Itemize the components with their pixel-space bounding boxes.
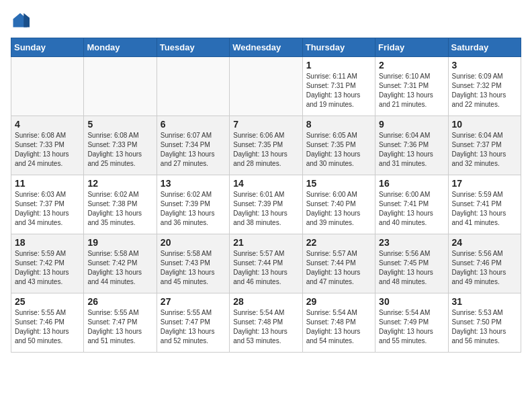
calendar-day-26: 26Sunrise: 5:55 AM Sunset: 7:47 PM Dayli… bbox=[84, 293, 157, 353]
calendar-day-17: 17Sunrise: 5:59 AM Sunset: 7:41 PM Dayli… bbox=[448, 175, 521, 234]
calendar-week-row: 18Sunrise: 5:59 AM Sunset: 7:42 PM Dayli… bbox=[11, 234, 521, 293]
calendar-day-28: 28Sunrise: 5:54 AM Sunset: 7:48 PM Dayli… bbox=[230, 293, 302, 353]
day-info: Sunrise: 5:58 AM Sunset: 7:42 PM Dayligh… bbox=[87, 249, 152, 287]
calendar-day-10: 10Sunrise: 6:04 AM Sunset: 7:37 PM Dayli… bbox=[448, 116, 521, 175]
weekday-header-saturday: Saturday bbox=[448, 38, 521, 57]
day-number: 30 bbox=[379, 296, 444, 307]
day-info: Sunrise: 5:59 AM Sunset: 7:41 PM Dayligh… bbox=[452, 190, 517, 228]
calendar-day-24: 24Sunrise: 5:56 AM Sunset: 7:46 PM Dayli… bbox=[448, 234, 521, 293]
day-info: Sunrise: 6:09 AM Sunset: 7:32 PM Dayligh… bbox=[452, 72, 517, 109]
calendar-day-11: 11Sunrise: 6:03 AM Sunset: 7:37 PM Dayli… bbox=[11, 175, 84, 234]
day-info: Sunrise: 6:00 AM Sunset: 7:41 PM Dayligh… bbox=[379, 190, 444, 228]
calendar-day-29: 29Sunrise: 5:54 AM Sunset: 7:48 PM Dayli… bbox=[302, 293, 375, 353]
day-info: Sunrise: 6:08 AM Sunset: 7:33 PM Dayligh… bbox=[15, 131, 80, 169]
day-number: 23 bbox=[379, 237, 444, 248]
day-info: Sunrise: 5:54 AM Sunset: 7:49 PM Dayligh… bbox=[379, 308, 444, 346]
day-number: 7 bbox=[233, 119, 298, 130]
calendar-day-7: 7Sunrise: 6:06 AM Sunset: 7:35 PM Daylig… bbox=[230, 116, 302, 175]
weekday-header-wednesday: Wednesday bbox=[230, 38, 302, 57]
day-number: 10 bbox=[452, 119, 517, 130]
day-info: Sunrise: 5:53 AM Sunset: 7:50 PM Dayligh… bbox=[452, 308, 517, 346]
weekday-header-monday: Monday bbox=[84, 38, 157, 57]
day-number: 4 bbox=[15, 119, 80, 130]
calendar-day-31: 31Sunrise: 5:53 AM Sunset: 7:50 PM Dayli… bbox=[448, 293, 521, 353]
calendar-day-25: 25Sunrise: 5:55 AM Sunset: 7:46 PM Dayli… bbox=[11, 293, 84, 353]
calendar-day-3: 3Sunrise: 6:09 AM Sunset: 7:32 PM Daylig… bbox=[448, 57, 521, 116]
calendar-header-row: SundayMondayTuesdayWednesdayThursdayFrid… bbox=[11, 38, 521, 57]
calendar-week-row: 1Sunrise: 6:11 AM Sunset: 7:31 PM Daylig… bbox=[11, 57, 521, 116]
calendar-table: SundayMondayTuesdayWednesdayThursdayFrid… bbox=[11, 38, 521, 353]
day-number: 26 bbox=[87, 296, 152, 307]
calendar-day-19: 19Sunrise: 5:58 AM Sunset: 7:42 PM Dayli… bbox=[84, 234, 157, 293]
day-number: 19 bbox=[87, 237, 152, 248]
calendar-week-row: 4Sunrise: 6:08 AM Sunset: 7:33 PM Daylig… bbox=[11, 116, 521, 175]
calendar-day-22: 22Sunrise: 5:57 AM Sunset: 7:44 PM Dayli… bbox=[302, 234, 375, 293]
calendar-day-18: 18Sunrise: 5:59 AM Sunset: 7:42 PM Dayli… bbox=[11, 234, 84, 293]
day-number: 13 bbox=[161, 178, 226, 189]
weekday-header-friday: Friday bbox=[375, 38, 448, 57]
calendar-day-8: 8Sunrise: 6:05 AM Sunset: 7:35 PM Daylig… bbox=[302, 116, 375, 175]
logo bbox=[11, 11, 32, 30]
day-info: Sunrise: 6:11 AM Sunset: 7:31 PM Dayligh… bbox=[306, 72, 371, 109]
day-info: Sunrise: 6:03 AM Sunset: 7:37 PM Dayligh… bbox=[15, 190, 80, 228]
day-info: Sunrise: 5:58 AM Sunset: 7:43 PM Dayligh… bbox=[161, 249, 226, 287]
calendar-day-16: 16Sunrise: 6:00 AM Sunset: 7:41 PM Dayli… bbox=[375, 175, 448, 234]
calendar-day-30: 30Sunrise: 5:54 AM Sunset: 7:49 PM Dayli… bbox=[375, 293, 448, 353]
day-number: 22 bbox=[306, 237, 371, 248]
day-info: Sunrise: 6:08 AM Sunset: 7:33 PM Dayligh… bbox=[87, 131, 152, 169]
day-number: 18 bbox=[15, 237, 80, 248]
day-info: Sunrise: 6:02 AM Sunset: 7:39 PM Dayligh… bbox=[161, 190, 226, 228]
day-info: Sunrise: 6:05 AM Sunset: 7:35 PM Dayligh… bbox=[306, 131, 371, 169]
day-number: 15 bbox=[306, 178, 371, 189]
day-number: 29 bbox=[306, 296, 371, 307]
calendar-empty-cell bbox=[230, 57, 302, 116]
calendar-empty-cell bbox=[84, 57, 157, 116]
calendar-day-4: 4Sunrise: 6:08 AM Sunset: 7:33 PM Daylig… bbox=[11, 116, 84, 175]
calendar-day-13: 13Sunrise: 6:02 AM Sunset: 7:39 PM Dayli… bbox=[157, 175, 229, 234]
calendar-day-27: 27Sunrise: 5:55 AM Sunset: 7:47 PM Dayli… bbox=[157, 293, 229, 353]
calendar-day-6: 6Sunrise: 6:07 AM Sunset: 7:34 PM Daylig… bbox=[157, 116, 229, 175]
calendar-day-9: 9Sunrise: 6:04 AM Sunset: 7:36 PM Daylig… bbox=[375, 116, 448, 175]
day-info: Sunrise: 5:57 AM Sunset: 7:44 PM Dayligh… bbox=[233, 249, 298, 287]
day-info: Sunrise: 6:02 AM Sunset: 7:38 PM Dayligh… bbox=[87, 190, 152, 228]
calendar-day-14: 14Sunrise: 6:01 AM Sunset: 7:39 PM Dayli… bbox=[230, 175, 302, 234]
day-info: Sunrise: 5:54 AM Sunset: 7:48 PM Dayligh… bbox=[233, 308, 298, 346]
day-info: Sunrise: 5:55 AM Sunset: 7:47 PM Dayligh… bbox=[161, 308, 226, 346]
weekday-header-sunday: Sunday bbox=[11, 38, 84, 57]
day-info: Sunrise: 5:55 AM Sunset: 7:47 PM Dayligh… bbox=[87, 308, 152, 346]
day-info: Sunrise: 6:04 AM Sunset: 7:37 PM Dayligh… bbox=[452, 131, 517, 169]
weekday-header-tuesday: Tuesday bbox=[157, 38, 229, 57]
calendar-day-20: 20Sunrise: 5:58 AM Sunset: 7:43 PM Dayli… bbox=[157, 234, 229, 293]
logo-icon bbox=[11, 11, 30, 30]
day-number: 9 bbox=[379, 119, 444, 130]
day-number: 1 bbox=[306, 60, 371, 71]
day-number: 27 bbox=[161, 296, 226, 307]
calendar-day-23: 23Sunrise: 5:56 AM Sunset: 7:45 PM Dayli… bbox=[375, 234, 448, 293]
calendar-empty-cell bbox=[11, 57, 84, 116]
weekday-header-thursday: Thursday bbox=[302, 38, 375, 57]
day-number: 5 bbox=[87, 119, 152, 130]
calendar-day-21: 21Sunrise: 5:57 AM Sunset: 7:44 PM Dayli… bbox=[230, 234, 302, 293]
day-number: 21 bbox=[233, 237, 298, 248]
page-header bbox=[11, 11, 521, 30]
day-info: Sunrise: 6:10 AM Sunset: 7:31 PM Dayligh… bbox=[379, 72, 444, 109]
day-number: 25 bbox=[15, 296, 80, 307]
day-number: 31 bbox=[452, 296, 517, 307]
calendar-week-row: 11Sunrise: 6:03 AM Sunset: 7:37 PM Dayli… bbox=[11, 175, 521, 234]
day-info: Sunrise: 5:55 AM Sunset: 7:46 PM Dayligh… bbox=[15, 308, 80, 346]
day-number: 28 bbox=[233, 296, 298, 307]
day-number: 6 bbox=[161, 119, 226, 130]
day-number: 20 bbox=[161, 237, 226, 248]
day-number: 14 bbox=[233, 178, 298, 189]
day-number: 24 bbox=[452, 237, 517, 248]
day-info: Sunrise: 5:56 AM Sunset: 7:45 PM Dayligh… bbox=[379, 249, 444, 287]
calendar-day-1: 1Sunrise: 6:11 AM Sunset: 7:31 PM Daylig… bbox=[302, 57, 375, 116]
day-number: 17 bbox=[452, 178, 517, 189]
day-number: 16 bbox=[379, 178, 444, 189]
day-info: Sunrise: 6:06 AM Sunset: 7:35 PM Dayligh… bbox=[233, 131, 298, 169]
calendar-day-15: 15Sunrise: 6:00 AM Sunset: 7:40 PM Dayli… bbox=[302, 175, 375, 234]
calendar-day-2: 2Sunrise: 6:10 AM Sunset: 7:31 PM Daylig… bbox=[375, 57, 448, 116]
calendar-week-row: 25Sunrise: 5:55 AM Sunset: 7:46 PM Dayli… bbox=[11, 293, 521, 353]
day-info: Sunrise: 6:00 AM Sunset: 7:40 PM Dayligh… bbox=[306, 190, 371, 228]
day-info: Sunrise: 5:56 AM Sunset: 7:46 PM Dayligh… bbox=[452, 249, 517, 287]
